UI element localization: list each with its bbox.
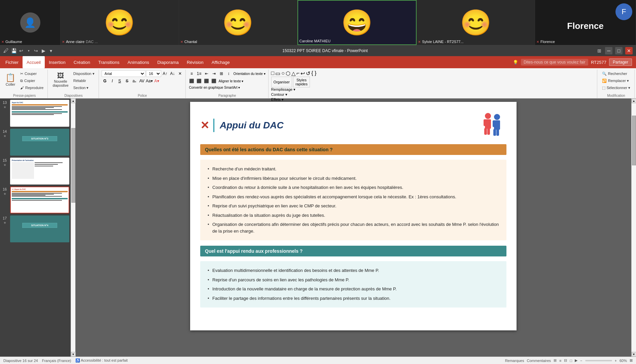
decrease-indent-button[interactable]: ⇤ — [203, 70, 210, 77]
maximize-button[interactable]: □ — [615, 47, 623, 54]
search-input[interactable] — [521, 59, 588, 66]
shape-btn-arr1[interactable]: ⌐ — [296, 70, 299, 77]
paste-button[interactable]: 📋 Coller — [3, 70, 17, 89]
menu-transitions[interactable]: Transitions — [94, 56, 123, 68]
menu-creation[interactable]: Création — [70, 56, 94, 68]
menu-animations[interactable]: Animations — [123, 56, 153, 68]
clear-format-button[interactable]: ✕ — [177, 70, 183, 77]
organise-button[interactable]: Organiser — [271, 77, 292, 87]
select-button[interactable]: ⬚ Sélectionner ▾ — [600, 84, 632, 91]
canvas-scroll-down[interactable]: ▼ — [632, 352, 636, 357]
canvas-scroll-track[interactable] — [632, 103, 636, 352]
quick-styles-button[interactable]: Stylesrapides — [293, 77, 310, 87]
scroll-track[interactable] — [71, 103, 75, 352]
redo-button[interactable]: ↪ — [33, 48, 39, 54]
shape-btn-more[interactable]: ⬡ — [286, 70, 290, 77]
font-name-select[interactable]: Arial — [102, 70, 145, 77]
decrease-font-button[interactable]: A↓ — [169, 70, 176, 77]
copy-button[interactable]: ⧉ Copier — [18, 77, 45, 84]
view-reading-button[interactable]: □ — [570, 359, 572, 363]
menu-accueil[interactable]: Accueil — [23, 56, 45, 68]
scroll-thumb[interactable] — [71, 128, 75, 203]
slide-image-17[interactable]: SITUATION N°4 — [10, 215, 69, 242]
save-button[interactable]: 💾 — [11, 48, 17, 54]
shape-btn-misc[interactable]: { } — [311, 70, 316, 77]
format-painter-button[interactable]: 🖌 Reproduire — [18, 84, 45, 91]
align-text-btn[interactable]: Aligner le texte ▾ — [218, 79, 244, 84]
slide-thumb-16[interactable]: 16 ★ ✕ | Appui du DAC — [1, 187, 69, 213]
fill-button[interactable]: Remplissage ▾ — [271, 87, 296, 92]
case-button[interactable]: Aa▾ — [146, 78, 153, 84]
view-present-button[interactable]: ▶ — [575, 358, 577, 363]
menu-revision[interactable]: Révision — [183, 56, 208, 68]
bullets-button[interactable]: ≡ — [188, 70, 195, 77]
spacing-button[interactable]: AV — [139, 78, 145, 84]
font-size-select[interactable]: 16 — [146, 70, 161, 77]
shape-btn-tri[interactable]: △ — [291, 70, 295, 77]
menu-fichier[interactable]: Fichier — [1, 56, 23, 68]
numbering-button[interactable]: 1≡ — [196, 70, 203, 77]
shape-btn-arr3[interactable]: ↺ — [306, 70, 310, 77]
presentation-view-button[interactable]: ⊞ — [596, 48, 602, 54]
slide-image-16[interactable]: ✕ | Appui du DAC — [10, 187, 69, 213]
align-justify-button[interactable]: ⬛ — [211, 78, 217, 84]
italic-button[interactable]: I — [109, 78, 116, 84]
increase-indent-button[interactable]: ⇥ — [211, 70, 217, 77]
section-button[interactable]: Section ▾ — [71, 84, 97, 91]
subscript-button[interactable]: aₓ — [131, 78, 138, 84]
undo-button[interactable]: ↩ — [18, 48, 24, 54]
slide-image-15[interactable]: Présentation de l'animation — [10, 158, 69, 185]
outline-button[interactable]: Contour ▾ — [271, 92, 296, 97]
shape-btn-rounded[interactable]: ▭ — [275, 70, 280, 77]
close-button[interactable]: ✕ — [625, 47, 633, 54]
canvas-scrollbar[interactable]: ▲ ▼ — [631, 98, 636, 357]
layout-button[interactable]: Disposition ▾ — [71, 70, 97, 77]
align-right-button[interactable]: ⬛ — [203, 78, 210, 84]
share-button[interactable]: Partager — [609, 58, 632, 66]
shape-btn-oval[interactable]: ○ — [281, 70, 285, 77]
bold-button[interactable]: G — [102, 78, 108, 84]
slide-canvas[interactable]: ✕ Appui du DAC — [190, 102, 517, 330]
increase-font-button[interactable]: A↑ — [162, 70, 169, 77]
columns-button[interactable]: ⊞ — [218, 70, 225, 77]
minimize-button[interactable]: ─ — [605, 47, 612, 54]
zoom-out-button[interactable]: − — [580, 359, 582, 363]
slide-image-13[interactable]: Appui du DAC — [10, 100, 69, 127]
canvas-scroll-thumb[interactable] — [632, 116, 636, 165]
menu-diaporama[interactable]: Diaporama — [153, 56, 183, 68]
slide-thumb-17[interactable]: 17 ★ SITUATION N°4 — [1, 215, 69, 242]
zoom-slider[interactable] — [585, 360, 612, 361]
comments-button[interactable]: Commentaires — [527, 359, 551, 363]
scroll-up-button[interactable]: ▲ — [71, 98, 76, 103]
scroll-down-button[interactable]: ▼ — [71, 352, 76, 357]
search-button[interactable]: 🔍 Rechercher — [600, 70, 632, 77]
view-outline-button[interactable]: ≡ — [559, 359, 561, 363]
replace-button[interactable]: 🔁 Remplacer ▾ — [600, 77, 632, 84]
new-slide-button[interactable]: 🖼 Nouvellediapositive — [50, 70, 70, 89]
shape-btn-rect[interactable]: □ — [271, 70, 275, 77]
slide-thumb-14[interactable]: 14 ★ SITUATION N°3 — [1, 129, 69, 156]
strikethrough-button[interactable]: S — [124, 78, 131, 84]
notes-button[interactable]: Remarques — [505, 359, 524, 363]
text-orientation-btn[interactable]: Orientation du texte ▾ — [233, 71, 266, 76]
menu-affichage[interactable]: Affichage — [208, 56, 234, 68]
reset-button[interactable]: Rétablir — [71, 77, 97, 84]
menu-insertion[interactable]: Insertion — [45, 56, 70, 68]
slide-thumb-15[interactable]: 15 ★ Présentation de l'animation — [1, 158, 69, 185]
line-spacing-button[interactable]: ↕ — [225, 70, 232, 77]
fit-window-button[interactable]: ⊠ — [630, 358, 633, 363]
underline-button[interactable]: S — [116, 78, 123, 84]
slide-panel-scrollbar[interactable]: ▲ ▼ — [71, 98, 75, 357]
present-button[interactable]: ▶ — [40, 48, 46, 54]
more-button[interactable]: ▾ — [48, 48, 54, 54]
undo-dropdown[interactable]: ▾ — [26, 48, 32, 54]
view-sorter-button[interactable]: ⊟ — [564, 358, 567, 363]
smartart-button[interactable]: Convertir en graphique SmartArt ▾ — [188, 85, 241, 90]
font-color-button[interactable]: A▾ — [153, 78, 160, 84]
zoom-in-button[interactable]: + — [615, 359, 617, 363]
slide-thumb-13[interactable]: 13 ★ Appui du DAC — [1, 100, 69, 127]
cut-button[interactable]: ✂ Couper — [18, 70, 45, 77]
view-normal-button[interactable]: ⊞ — [554, 358, 557, 363]
slide-image-14[interactable]: SITUATION N°3 — [10, 129, 69, 156]
align-center-button[interactable]: ⬛ — [196, 78, 203, 84]
